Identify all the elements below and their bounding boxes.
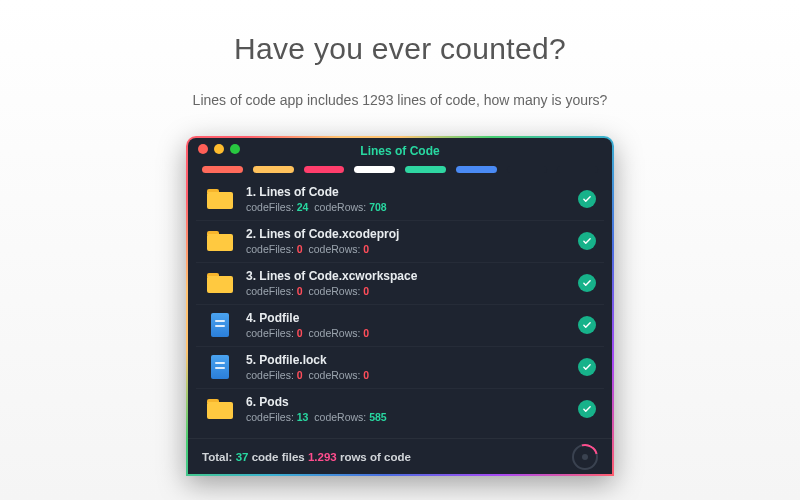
folder-icon [204,184,236,214]
row-title: 4. Podfile [246,311,578,325]
color-pill[interactable] [405,166,446,173]
close-icon[interactable] [198,144,208,154]
minimize-icon[interactable] [214,144,224,154]
check-icon [578,232,596,250]
window-title: Lines of Code [188,144,612,158]
summary-footer: Total: 37 code files 1.293 rows of code [188,438,612,474]
row-text: 1. Lines of CodecodeFiles: 24 codeRows: … [246,185,578,213]
file-icon [204,310,236,340]
row-subtitle: codeFiles: 0 codeRows: 0 [246,327,578,339]
folder-icon [204,226,236,256]
check-icon [578,274,596,292]
refresh-icon [582,454,588,460]
check-icon [578,358,596,376]
list-item[interactable]: 4. PodfilecodeFiles: 0 codeRows: 0 [196,304,604,346]
row-subtitle: codeFiles: 0 codeRows: 0 [246,243,578,255]
window-titlebar: Lines of Code [188,138,612,160]
results-list: 1. Lines of CodecodeFiles: 24 codeRows: … [188,179,612,438]
row-text: 4. PodfilecodeFiles: 0 codeRows: 0 [246,311,578,339]
check-icon [578,190,596,208]
row-subtitle: codeFiles: 0 codeRows: 0 [246,369,578,381]
list-item[interactable]: 5. Podfile.lockcodeFiles: 0 codeRows: 0 [196,346,604,388]
color-pill[interactable] [354,166,395,173]
row-text: 5. Podfile.lockcodeFiles: 0 codeRows: 0 [246,353,578,381]
row-title: 5. Podfile.lock [246,353,578,367]
row-subtitle: codeFiles: 24 codeRows: 708 [246,201,578,213]
total-files-unit: code files [252,451,305,463]
row-text: 2. Lines of Code.xcodeprojcodeFiles: 0 c… [246,227,578,255]
color-pill[interactable] [304,166,345,173]
color-pill[interactable] [202,166,243,173]
folder-icon [204,394,236,424]
total-rows-value: 1.293 [308,451,337,463]
row-title: 3. Lines of Code.xcworkspace [246,269,578,283]
color-pill[interactable] [253,166,294,173]
row-text: 3. Lines of Code.xcworkspacecodeFiles: 0… [246,269,578,297]
check-icon [578,316,596,334]
app-window: Lines of Code 1. Lines of CodecodeFiles:… [186,136,614,476]
row-text: 6. PodscodeFiles: 13 codeRows: 585 [246,395,578,423]
list-item[interactable]: 1. Lines of CodecodeFiles: 24 codeRows: … [196,179,604,220]
refresh-button[interactable] [572,444,598,470]
window-traffic-lights[interactable] [198,144,240,154]
row-title: 2. Lines of Code.xcodeproj [246,227,578,241]
check-icon [578,400,596,418]
list-item[interactable]: 3. Lines of Code.xcworkspacecodeFiles: 0… [196,262,604,304]
zoom-icon[interactable] [230,144,240,154]
row-title: 1. Lines of Code [246,185,578,199]
color-pill[interactable] [507,166,548,173]
page-subheadline: Lines of code app includes 1293 lines of… [193,92,608,108]
folder-icon [204,268,236,298]
color-pill[interactable] [557,166,598,173]
color-pill[interactable] [456,166,497,173]
row-subtitle: codeFiles: 13 codeRows: 585 [246,411,578,423]
total-files-value: 37 [236,451,249,463]
page-headline: Have you ever counted? [234,32,566,66]
total-rows-unit: rows of code [340,451,411,463]
row-title: 6. Pods [246,395,578,409]
list-item[interactable]: 6. PodscodeFiles: 13 codeRows: 585 [196,388,604,430]
list-item[interactable]: 2. Lines of Code.xcodeprojcodeFiles: 0 c… [196,220,604,262]
color-pill-row [188,160,612,179]
file-icon [204,352,236,382]
total-label: Total: [202,451,232,463]
row-subtitle: codeFiles: 0 codeRows: 0 [246,285,578,297]
